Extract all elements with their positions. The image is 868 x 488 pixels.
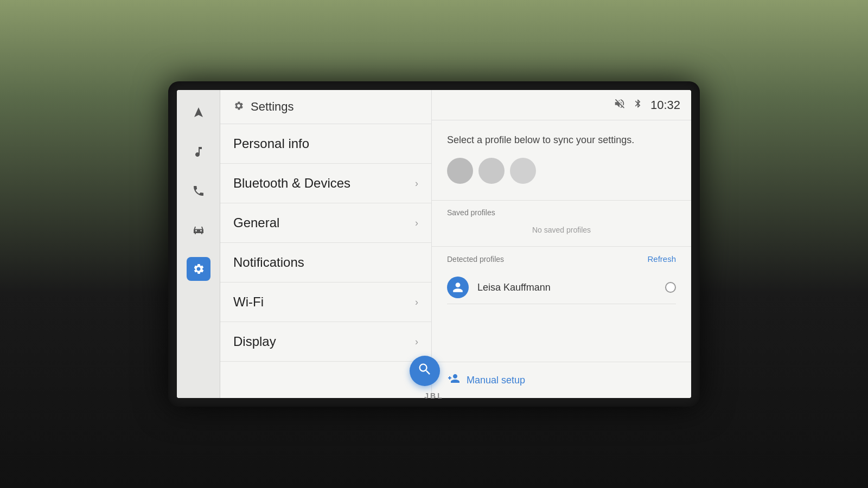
manual-setup-section[interactable]: Manual setup xyxy=(432,362,691,398)
manual-setup-label: Manual setup xyxy=(467,375,525,386)
settings-menu: Personal info Bluetooth & Devices › Gene… xyxy=(220,124,431,398)
settings-header-icon xyxy=(233,100,244,114)
status-time: 10:32 xyxy=(650,98,680,112)
no-saved-profiles: No saved profiles xyxy=(447,221,676,239)
menu-item-label-notifications: Notifications xyxy=(233,255,304,270)
profile-name-leisa: Leisa Kauffmann xyxy=(477,282,656,293)
profile-avatars xyxy=(447,158,676,184)
nav-item-car[interactable] xyxy=(187,218,210,242)
screen-bezel: Settings Personal info Bluetooth & Devic… xyxy=(168,81,700,407)
saved-profiles-section: Saved profiles No saved profiles xyxy=(432,201,691,247)
menu-item-label-wifi: Wi-Fi xyxy=(233,294,264,310)
menu-chevron-display: › xyxy=(415,336,418,348)
menu-item-personal-info[interactable]: Personal info xyxy=(220,124,431,164)
refresh-button[interactable]: Refresh xyxy=(647,254,676,264)
settings-title: Settings xyxy=(251,100,294,114)
nav-item-phone[interactable] xyxy=(187,179,210,203)
menu-item-label-personal-info: Personal info xyxy=(233,136,309,151)
search-fab[interactable] xyxy=(410,356,440,386)
avatar-2 xyxy=(478,158,505,184)
settings-panel: Settings Personal info Bluetooth & Devic… xyxy=(220,90,432,398)
profile-avatar-leisa xyxy=(447,277,469,298)
add-person-icon xyxy=(447,372,460,388)
nav-item-settings[interactable] xyxy=(187,257,210,281)
profile-radio-leisa[interactable] xyxy=(665,282,676,293)
sync-text: Select a profile below to sync your sett… xyxy=(447,133,676,147)
status-bar: 10:32 xyxy=(432,90,691,120)
mute-icon xyxy=(614,98,626,112)
menu-item-label-display: Display xyxy=(233,334,276,349)
menu-item-general[interactable]: General › xyxy=(220,203,431,243)
nav-item-navigation[interactable] xyxy=(187,101,210,125)
nav-sidebar xyxy=(177,90,220,398)
saved-profiles-label: Saved profiles xyxy=(447,208,676,217)
profile-sync-section: Select a profile below to sync your sett… xyxy=(432,120,691,201)
menu-chevron-wifi: › xyxy=(415,297,418,308)
main-screen: Settings Personal info Bluetooth & Devic… xyxy=(177,90,691,398)
menu-item-bluetooth[interactable]: Bluetooth & Devices › xyxy=(220,164,431,203)
menu-item-wifi[interactable]: Wi-Fi › xyxy=(220,282,431,322)
nav-item-music[interactable] xyxy=(187,140,210,164)
content-panel: 10:32 Select a profile below to sync you… xyxy=(432,90,691,398)
settings-header: Settings xyxy=(220,90,431,124)
menu-chevron-general: › xyxy=(415,217,418,229)
menu-item-label-bluetooth: Bluetooth & Devices xyxy=(233,176,350,191)
jbl-brand: JBL xyxy=(424,391,443,400)
menu-chevron-bluetooth: › xyxy=(415,178,418,189)
menu-item-label-general: General xyxy=(233,215,279,230)
bluetooth-icon xyxy=(633,98,643,112)
avatar-1 xyxy=(447,158,473,184)
detected-profiles-label: Detected profiles xyxy=(447,255,504,264)
menu-item-display[interactable]: Display › xyxy=(220,322,431,362)
menu-item-notifications[interactable]: Notifications xyxy=(220,243,431,282)
avatar-3 xyxy=(510,158,536,184)
profile-item-leisa[interactable]: Leisa Kauffmann xyxy=(447,271,676,304)
detected-profiles-section: Detected profiles Refresh Leisa Kauffman… xyxy=(432,247,691,312)
search-fab-icon xyxy=(417,362,432,381)
detected-header: Detected profiles Refresh xyxy=(447,254,676,264)
